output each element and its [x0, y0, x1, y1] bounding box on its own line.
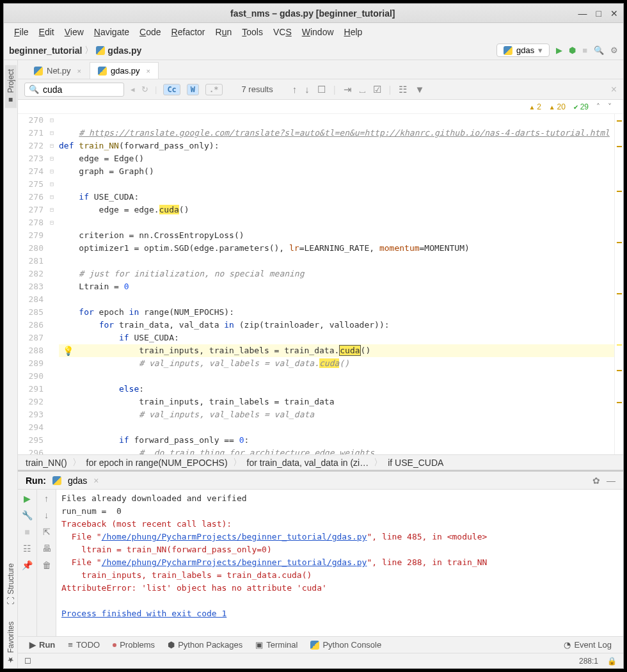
maximize-icon[interactable]: □ [596, 8, 601, 19]
error-stripe[interactable] [614, 114, 623, 454]
next-query-icon[interactable]: ↻ [141, 84, 148, 94]
chevron-right-icon: 〉 [84, 45, 93, 56]
python-file-icon [96, 46, 105, 55]
console-output[interactable]: Files already downloaded and verified ru… [56, 490, 623, 636]
menubar: File Edit View Navigate Code Refactor Ru… [4, 23, 623, 41]
crumb-file[interactable]: gdas.py [107, 45, 141, 56]
crumb-for2[interactable]: for train_data, val_data in (zi… [247, 458, 369, 468]
print-icon[interactable]: 🖶 [42, 543, 51, 554]
sidebar-tab-project[interactable]: ■ Project [5, 65, 17, 108]
search-icon[interactable]: 🔍 [594, 45, 604, 55]
tab-net-py[interactable]: Net.py × [26, 62, 90, 79]
run-tab-name[interactable]: gdas [68, 476, 87, 486]
chevron-down-icon[interactable]: ˅ [608, 102, 612, 111]
crumb-fn[interactable]: train_NN() [26, 458, 67, 468]
run-tab-close-icon[interactable]: × [93, 476, 99, 486]
tab-gdas-py[interactable]: gdas.py × [90, 62, 159, 79]
tab-label: gdas.py [111, 66, 140, 76]
run-config-select[interactable]: gdas ▾ [496, 44, 550, 57]
python-file-icon [34, 67, 43, 76]
sidebar-tab-structure[interactable]: ⛶ Structure [5, 559, 17, 609]
menu-view[interactable]: View [61, 26, 88, 38]
crumb-if[interactable]: if USE_CUDA [388, 458, 443, 468]
debug-icon[interactable]: ⬢ [569, 45, 576, 55]
python-icon [52, 476, 61, 485]
tab-close-icon[interactable]: × [147, 67, 150, 75]
filter-icon[interactable]: ☷ [399, 84, 407, 95]
close-find-icon[interactable]: × [611, 84, 617, 95]
wrench-icon[interactable]: 🔧 [22, 510, 33, 520]
crumb-for1[interactable]: for epoch in range(NUM_EPOCHS) [86, 458, 228, 468]
run-tool-column-2: ↑ ↓ ⇱ 🖶 🗑 [37, 490, 56, 636]
menu-refactor[interactable]: Refactor [168, 26, 209, 38]
window-title: fast_nms – gdas.py [beginner_tutorial] [47, 8, 578, 19]
rerun-icon[interactable]: ▶ [24, 493, 31, 504]
menu-tools[interactable]: Tools [238, 26, 267, 38]
menu-code[interactable]: Code [136, 26, 164, 38]
code-editor[interactable]: 270 271 272 273 274 275 276 277 278 279 … [18, 114, 623, 454]
find-results: 7 results [242, 84, 273, 94]
inspection-warn-count: 2 [528, 102, 541, 111]
crumb-project[interactable]: beginner_tutorial [9, 45, 82, 56]
remove-selection-icon[interactable]: ☑ [373, 84, 381, 95]
close-icon[interactable]: ✕ [610, 8, 618, 19]
code-breadcrumb[interactable]: train_NN()〉 for epoch in range(NUM_EPOCH… [18, 454, 623, 470]
menu-navigate[interactable]: Navigate [90, 26, 133, 38]
run-panel: Run: gdas × ✿ — ▶ 🔧 ■ ☷ 📌 [18, 470, 623, 636]
trash-icon[interactable]: 🗑 [42, 560, 51, 570]
tab-label: Net.py [47, 66, 71, 76]
bottom-tool-tabs: ▶ Run ≡ TODO Problems ⬢ Python Packages … [18, 636, 623, 653]
menu-vcs[interactable]: VCS [269, 26, 296, 38]
regex-toggle[interactable]: .* [205, 84, 222, 95]
lightbulb-icon[interactable]: 💡 [63, 344, 74, 357]
menu-run[interactable]: Run [212, 26, 236, 38]
inspections-summary[interactable]: 2 20 29 ˄ ˅ [18, 100, 623, 114]
filter2-icon[interactable]: ▼ [415, 84, 424, 95]
words-toggle[interactable]: W [187, 84, 199, 95]
gear-icon[interactable]: ⚙ [610, 45, 618, 55]
run-config-label: gdas [516, 45, 534, 55]
minimize-panel-icon[interactable]: — [607, 476, 615, 486]
inspection-ok-count: 29 [573, 102, 589, 111]
pin-icon[interactable]: 📌 [22, 560, 33, 570]
menu-help[interactable]: Help [340, 26, 367, 38]
status-icon[interactable]: ☐ [24, 657, 31, 666]
tool-tab-todo[interactable]: ≡ TODO [61, 640, 106, 650]
select-all-icon[interactable]: ☐ [317, 84, 326, 95]
minimize-icon[interactable]: — [578, 8, 587, 19]
nav-crumb-bar: beginner_tutorial 〉 gdas.py gdas ▾ ▶ ⬢ ■… [4, 41, 623, 60]
lock-icon[interactable]: 🔒 [607, 657, 617, 666]
python-icon [310, 641, 319, 650]
gear-icon[interactable]: ✿ [592, 476, 600, 486]
export-icon[interactable]: ⇱ [43, 527, 51, 537]
menu-window[interactable]: Window [298, 26, 338, 38]
sidebar-tab-favorites[interactable]: ★ Favorites [5, 618, 17, 668]
tab-close-icon[interactable]: × [77, 67, 81, 75]
cursor-position[interactable]: 288:1 [579, 657, 598, 666]
prev-query-icon[interactable]: ◂ [131, 84, 135, 94]
chevron-up-icon[interactable]: ˄ [596, 102, 600, 111]
select-occurrences-icon[interactable]: ⎵ [360, 84, 365, 95]
tool-tab-console[interactable]: Python Console [304, 640, 388, 650]
match-case-toggle[interactable]: Cc [163, 84, 180, 95]
code-text[interactable]: # https://translate.google.com/translate… [59, 114, 614, 454]
layout-icon[interactable]: ☷ [23, 543, 31, 554]
up-icon[interactable]: ↑ [44, 493, 49, 504]
python-icon [504, 46, 512, 55]
prev-match-icon[interactable]: ↑ [292, 84, 298, 95]
add-selection-icon[interactable]: ⇥ [344, 84, 352, 95]
fold-gutter[interactable]: ⊟ ⊟ ⊟ ⊟ ⊟ ⊟ ⊟ ⊟ ⊟ [50, 114, 59, 454]
tool-tab-terminal[interactable]: ▣ Terminal [249, 640, 304, 650]
tool-tab-run[interactable]: ▶ Run [23, 640, 61, 650]
event-log-button[interactable]: ◔ Event Log [557, 640, 618, 650]
menu-edit[interactable]: Edit [35, 26, 58, 38]
find-input[interactable] [43, 84, 120, 95]
chevron-down-icon: ▾ [538, 45, 543, 55]
down-icon[interactable]: ↓ [44, 510, 49, 520]
run-icon[interactable]: ▶ [556, 45, 562, 55]
tool-tab-packages[interactable]: ⬢ Python Packages [161, 640, 249, 650]
menu-file[interactable]: File [10, 26, 33, 38]
run-tool-column-1: ▶ 🔧 ■ ☷ 📌 [18, 490, 37, 636]
next-match-icon[interactable]: ↓ [305, 84, 310, 95]
tool-tab-problems[interactable]: Problems [106, 640, 161, 650]
